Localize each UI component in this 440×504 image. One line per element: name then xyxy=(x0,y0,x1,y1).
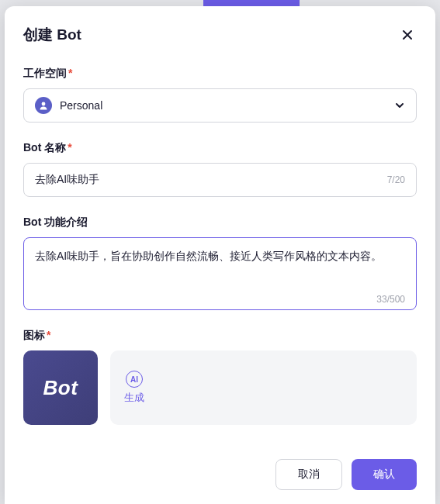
bot-description-label: Bot 功能介绍 xyxy=(23,216,417,230)
bot-description-char-count: 33/500 xyxy=(35,294,405,305)
icon-row: Bot AI 生成 xyxy=(23,350,417,425)
required-asterisk: * xyxy=(47,329,50,341)
svg-point-0 xyxy=(42,102,46,106)
modal-footer: 取消 确认 xyxy=(23,444,417,490)
bot-name-char-count: 7/20 xyxy=(387,174,405,185)
confirm-button[interactable]: 确认 xyxy=(352,459,417,490)
icon-label: 图标* xyxy=(23,329,417,343)
bot-description-input[interactable]: 去除AI味助手，旨在协助创作自然流畅、接近人类写作风格的文本内容。 xyxy=(35,247,405,288)
cancel-button[interactable]: 取消 xyxy=(275,459,342,490)
bot-name-field: Bot 名称* 7/20 xyxy=(23,141,417,197)
bot-name-input[interactable] xyxy=(35,174,381,186)
create-bot-modal: 创建 Bot 工作空间* Personal Bot 名称* 7/20 Bot 功… xyxy=(5,6,435,504)
bot-description-field: Bot 功能介绍 去除AI味助手，旨在协助创作自然流畅、接近人类写作风格的文本内… xyxy=(23,216,417,310)
icon-label-text: 图标 xyxy=(23,329,45,341)
bot-description-wrap: 去除AI味助手，旨在协助创作自然流畅、接近人类写作风格的文本内容。 33/500 xyxy=(23,237,417,310)
modal-header: 创建 Bot xyxy=(23,25,417,45)
close-button[interactable] xyxy=(398,26,417,44)
modal-title: 创建 Bot xyxy=(23,25,81,45)
workspace-label-text: 工作空间 xyxy=(23,67,67,79)
workspace-field: 工作空间* Personal xyxy=(23,67,417,123)
chevron-down-icon xyxy=(394,100,405,111)
icon-field: 图标* Bot AI 生成 xyxy=(23,329,417,425)
workspace-select[interactable]: Personal xyxy=(23,88,417,123)
bot-name-input-wrap: 7/20 xyxy=(23,163,417,197)
icon-preview-text: Bot xyxy=(43,376,78,400)
generate-icon-button[interactable]: AI 生成 xyxy=(124,371,144,405)
close-icon xyxy=(401,29,414,41)
person-icon xyxy=(35,97,52,114)
bot-name-label-text: Bot 名称 xyxy=(23,141,66,154)
bot-name-label: Bot 名称* xyxy=(23,141,417,155)
required-asterisk: * xyxy=(68,141,71,154)
icon-options-panel: AI 生成 xyxy=(110,350,417,425)
workspace-value: Personal xyxy=(60,99,394,112)
ai-icon: AI xyxy=(126,371,143,388)
required-asterisk: * xyxy=(68,67,72,79)
workspace-label: 工作空间* xyxy=(23,67,417,81)
icon-preview[interactable]: Bot xyxy=(23,350,98,425)
generate-label: 生成 xyxy=(124,391,144,405)
